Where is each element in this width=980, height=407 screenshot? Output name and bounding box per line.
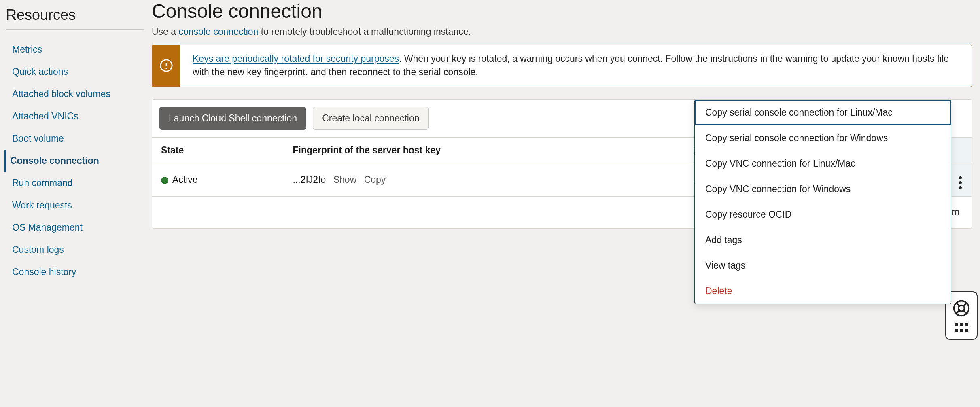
menu-item-delete[interactable]: Delete xyxy=(695,278,951,304)
sidebar-divider xyxy=(6,29,144,30)
menu-item-copy-serial-console-connection-for-windows[interactable]: Copy serial console connection for Windo… xyxy=(695,125,951,151)
sidebar-title: Resources xyxy=(6,4,144,29)
svg-line-6 xyxy=(964,303,967,306)
row-actions-button[interactable] xyxy=(949,163,972,196)
launch-cloud-shell-button[interactable]: Launch Cloud Shell connection xyxy=(159,107,306,130)
kebab-icon xyxy=(959,176,962,189)
main-content: Console connection Use a console connect… xyxy=(152,0,980,407)
sidebar-item-os-management[interactable]: OS Management xyxy=(6,216,144,239)
sidebar-item-console-connection[interactable]: Console connection xyxy=(4,150,144,172)
col-state: State xyxy=(152,138,284,163)
grid-icon xyxy=(955,323,968,332)
page-title: Console connection xyxy=(152,0,972,22)
menu-item-copy-serial-console-connection-for-linux-mac[interactable]: Copy serial console connection for Linux… xyxy=(695,100,951,125)
sidebar-item-metrics[interactable]: Metrics xyxy=(6,38,144,61)
col-actions xyxy=(949,138,972,163)
sidebar-item-attached-block-volumes[interactable]: Attached block volumes xyxy=(6,83,144,105)
sidebar-item-console-history[interactable]: Console history xyxy=(6,261,144,283)
sidebar: Resources MetricsQuick actionsAttached b… xyxy=(0,0,152,407)
connection-panel: Launch Cloud Shell connection Create loc… xyxy=(152,99,972,229)
console-connection-link[interactable]: console connection xyxy=(178,26,258,37)
menu-item-view-tags[interactable]: View tags xyxy=(695,253,951,278)
menu-item-add-tags[interactable]: Add tags xyxy=(695,227,951,253)
create-local-connection-button[interactable]: Create local connection xyxy=(313,107,428,130)
menu-item-copy-resource-ocid[interactable]: Copy resource OCID xyxy=(695,202,951,227)
show-server-fp-link[interactable]: Show xyxy=(333,174,357,185)
warning-alert: Keys are periodically rotated for securi… xyxy=(152,45,972,87)
menu-item-copy-vnc-connection-for-linux-mac[interactable]: Copy VNC connection for Linux/Mac xyxy=(695,151,951,176)
sidebar-item-run-command[interactable]: Run command xyxy=(6,172,144,194)
svg-line-7 xyxy=(956,310,959,313)
alert-text: Keys are periodically rotated for securi… xyxy=(180,45,972,87)
copy-server-fp-link[interactable]: Copy xyxy=(364,174,386,185)
svg-line-8 xyxy=(964,310,967,313)
sidebar-item-quick-actions[interactable]: Quick actions xyxy=(6,61,144,83)
sidebar-item-custom-logs[interactable]: Custom logs xyxy=(6,239,144,261)
cell-server-fp: ...2IJ2Io Show Copy xyxy=(284,163,685,196)
sidebar-item-work-requests[interactable]: Work requests xyxy=(6,194,144,216)
page-subtitle: Use a console connection to remotely tro… xyxy=(152,26,972,37)
row-actions-menu: Copy serial console connection for Linux… xyxy=(694,100,951,304)
sidebar-item-boot-volume[interactable]: Boot volume xyxy=(6,127,144,150)
status-dot-active xyxy=(161,177,168,184)
sidebar-item-attached-vnics[interactable]: Attached VNICs xyxy=(6,105,144,127)
menu-item-copy-vnc-connection-for-windows[interactable]: Copy VNC connection for Windows xyxy=(695,176,951,202)
col-server-fingerprint: Fingerprint of the server host key xyxy=(284,138,685,163)
svg-point-2 xyxy=(165,68,167,69)
svg-point-4 xyxy=(959,305,965,311)
cell-state: Active xyxy=(152,163,284,196)
warning-icon xyxy=(152,45,180,87)
life-ring-icon xyxy=(952,299,970,317)
svg-line-5 xyxy=(956,303,959,306)
keys-rotated-link[interactable]: Keys are periodically rotated for securi… xyxy=(193,53,399,64)
